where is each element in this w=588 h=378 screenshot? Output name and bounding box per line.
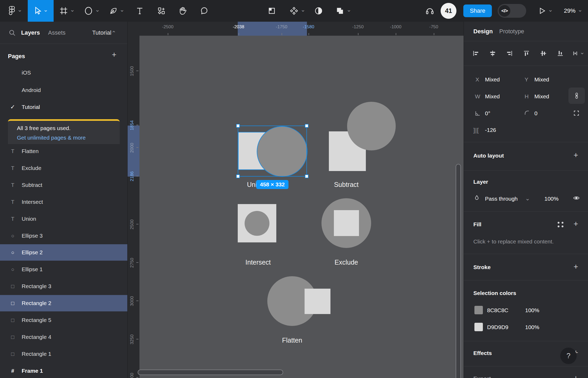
- chevron-down-icon[interactable]: ⌄: [120, 7, 124, 13]
- h-value[interactable]: Mixed: [534, 93, 549, 100]
- tab-assets[interactable]: Assets: [48, 22, 66, 44]
- add-export-button[interactable]: +: [571, 374, 581, 378]
- align-top-button[interactable]: [520, 47, 533, 60]
- layer-row-subtract[interactable]: T Subtract: [0, 177, 128, 193]
- zoom-menu[interactable]: 29% ⌄: [560, 0, 586, 22]
- selection-handle-bottom-left[interactable]: [236, 174, 240, 178]
- color-hex-value[interactable]: 8C8C8C: [487, 307, 508, 314]
- align-horizontal-center-button[interactable]: [486, 47, 499, 60]
- tab-design[interactable]: Design: [473, 22, 493, 41]
- fill-styles-icon[interactable]: [558, 222, 564, 227]
- align-left-button[interactable]: [469, 47, 482, 60]
- x-value[interactable]: Mixed: [485, 76, 500, 83]
- selection-bounding-box[interactable]: [238, 126, 307, 177]
- layer-row-exclude[interactable]: T Exclude: [0, 160, 128, 176]
- shape-tool-button[interactable]: ⌄: [81, 0, 103, 22]
- y-value[interactable]: Mixed: [534, 76, 549, 83]
- chevron-down-icon[interactable]: ⌄: [548, 7, 553, 13]
- color-hex-value[interactable]: D9D9D9: [487, 324, 508, 330]
- selection-handle-bottom-right[interactable]: [305, 174, 309, 178]
- main-menu-button[interactable]: ⌄: [4, 0, 27, 22]
- layer-row-ellipse-3[interactable]: ○ Ellipse 3: [0, 228, 128, 244]
- hand-tool-button[interactable]: [174, 0, 191, 22]
- layer-row-rectangle-2[interactable]: □ Rectangle 2: [0, 295, 128, 311]
- layer-row-ellipse-1[interactable]: ○ Ellipse 1: [0, 261, 128, 278]
- color-opacity-value[interactable]: 100%: [525, 324, 539, 330]
- add-fill-button[interactable]: +: [571, 219, 581, 228]
- current-user-avatar[interactable]: 41: [441, 0, 456, 22]
- ruler-tick-selection-end: 2186: [128, 164, 136, 188]
- horizontal-scrollbar[interactable]: [138, 370, 283, 375]
- present-button[interactable]: ⌄: [533, 0, 558, 22]
- align-bottom-button[interactable]: [554, 47, 567, 60]
- layer-row-frame-1[interactable]: # Frame 1: [0, 363, 128, 378]
- link-icon: [573, 92, 580, 99]
- constrain-proportions-toggle[interactable]: [568, 87, 585, 104]
- text-tool-button[interactable]: [132, 0, 148, 22]
- page-item-tutorial[interactable]: ✓ Tutorial: [0, 99, 128, 115]
- pen-tool-button[interactable]: ⌄: [106, 0, 128, 22]
- align-right-button[interactable]: [503, 47, 516, 60]
- ellipse-layer-icon: ○: [8, 233, 17, 239]
- flatten-rectangle-shape[interactable]: [305, 289, 330, 314]
- layer-row-rectangle-1[interactable]: □ Rectangle 1: [0, 346, 128, 362]
- chevron-down-icon[interactable]: ⌄: [43, 7, 48, 13]
- layer-row-ellipse-2[interactable]: ○ Ellipse 2: [0, 244, 128, 261]
- chevron-down-icon[interactable]: ⌄: [70, 7, 75, 13]
- corner-radius-value[interactable]: 0: [534, 110, 538, 117]
- w-value[interactable]: Mixed: [485, 93, 500, 100]
- page-item-android[interactable]: Android: [0, 82, 128, 98]
- align-vertical-center-button[interactable]: [537, 47, 550, 60]
- chevron-down-icon[interactable]: ⌄: [525, 196, 530, 201]
- add-stroke-button[interactable]: +: [571, 262, 581, 271]
- rotation-value[interactable]: 0°: [485, 110, 490, 117]
- canvas-viewport[interactable]: Union 458 × 332 Subtract Intersect Exclu…: [128, 22, 464, 378]
- audio-call-button[interactable]: [422, 0, 438, 22]
- selection-handle-top-left[interactable]: [236, 124, 240, 128]
- layer-row-rectangle-4[interactable]: □ Rectangle 4: [0, 329, 128, 345]
- dev-mode-toggle[interactable]: </>: [498, 4, 526, 18]
- layer-row-rectangle-3[interactable]: □ Rectangle 3: [0, 278, 128, 294]
- chevron-down-icon[interactable]: ⌄: [95, 7, 100, 13]
- create-component-button[interactable]: ⌄: [285, 0, 310, 22]
- boolean-groups-button[interactable]: ⌄: [331, 0, 356, 22]
- frame-tool-button[interactable]: ⌄: [56, 0, 78, 22]
- color-swatch[interactable]: [474, 306, 483, 314]
- layer-opacity-value[interactable]: 100%: [544, 196, 559, 202]
- add-auto-layout-button[interactable]: +: [571, 151, 581, 160]
- use-as-mask-button[interactable]: [311, 0, 326, 22]
- move-tool-button[interactable]: ⌄: [28, 0, 54, 22]
- layer-row-intersect[interactable]: T Intersect: [0, 194, 128, 210]
- layer-row-union[interactable]: T Union: [0, 211, 128, 227]
- blend-mode-select[interactable]: Pass through: [485, 196, 518, 202]
- resources-tool-button[interactable]: [153, 0, 170, 22]
- vertical-scrollbar[interactable]: [456, 164, 461, 378]
- comment-tool-button[interactable]: [195, 0, 213, 22]
- distribute-menu-button[interactable]: ⌄: [571, 47, 586, 60]
- corner-radius-icon: [524, 109, 531, 117]
- selection-handle-top-right[interactable]: [305, 124, 309, 128]
- vertical-ruler: 1500 1854 2000 2186 2500 2750 3000 3250 …: [128, 36, 139, 378]
- search-icon[interactable]: [8, 29, 16, 38]
- independent-corners-button[interactable]: [573, 109, 580, 117]
- share-button[interactable]: Share: [463, 4, 492, 17]
- intersect-ellipse-shape[interactable]: [245, 211, 269, 236]
- add-page-button[interactable]: +: [109, 50, 119, 59]
- tab-prototype[interactable]: Prototype: [499, 22, 524, 41]
- banner-upgrade-link[interactable]: Get unlimited pages & more: [17, 135, 86, 141]
- color-opacity-value[interactable]: 100%: [525, 307, 539, 314]
- page-selector[interactable]: Tutorial ⌃: [92, 22, 116, 44]
- chevron-down-icon[interactable]: ⌄: [347, 7, 351, 13]
- gap-value[interactable]: -126: [485, 127, 496, 133]
- layer-row-flatten[interactable]: T Flatten: [0, 143, 128, 159]
- page-item-ios[interactable]: iOS: [0, 64, 128, 81]
- edit-object-button[interactable]: [264, 0, 280, 22]
- chevron-down-icon[interactable]: ⌄: [301, 7, 305, 13]
- color-swatch[interactable]: [474, 323, 483, 331]
- visibility-eye-icon[interactable]: [573, 194, 580, 202]
- exclude-rectangle-shape[interactable]: [334, 210, 359, 236]
- help-button[interactable]: ?: [560, 348, 577, 364]
- tab-layers[interactable]: Layers: [21, 22, 40, 44]
- layer-row-rectangle-5[interactable]: □ Rectangle 5: [0, 312, 128, 328]
- subtract-ellipse-shape[interactable]: [347, 102, 396, 150]
